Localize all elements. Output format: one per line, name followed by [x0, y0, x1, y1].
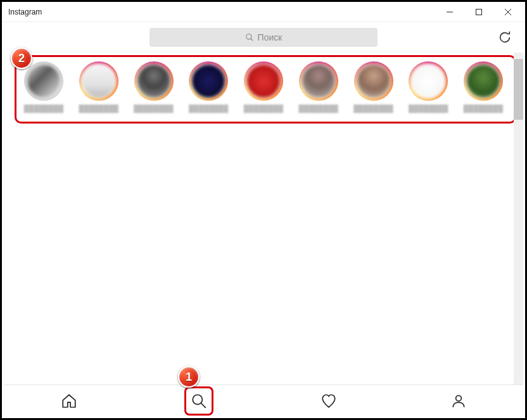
story-item[interactable]: ████████ [351, 61, 397, 112]
svg-rect-1 [476, 9, 482, 15]
story-item[interactable]: ████████ [296, 61, 341, 112]
svg-line-5 [250, 39, 253, 41]
maximize-button[interactable] [464, 3, 493, 22]
window-controls [435, 3, 523, 22]
story-item[interactable]: ████████ [131, 61, 177, 112]
search-nav-icon [191, 393, 207, 409]
story-username: ████████ [409, 105, 448, 112]
nav-home[interactable] [56, 388, 82, 414]
scrollbar-thumb[interactable] [514, 59, 523, 120]
avatar [191, 63, 226, 99]
story-ring [134, 61, 174, 101]
story-ring [409, 61, 448, 101]
maximize-icon [476, 9, 482, 15]
avatar [81, 63, 117, 99]
refresh-button[interactable] [496, 29, 514, 46]
avatar [356, 63, 391, 99]
annotation-badge-2: 2 [11, 48, 32, 69]
story-item[interactable]: ████████ [186, 61, 231, 112]
story-ring [464, 61, 503, 101]
svg-point-6 [193, 395, 202, 404]
story-username: ████████ [464, 105, 503, 112]
minimize-button[interactable] [435, 3, 464, 22]
profile-icon [450, 393, 467, 409]
avatar [466, 63, 501, 99]
nav-profile[interactable] [446, 388, 471, 414]
story-ring [354, 61, 393, 101]
story-item[interactable]: ████████ [405, 61, 451, 112]
story-username: ████████ [353, 105, 393, 112]
story-ring [79, 61, 118, 101]
story-username: ████████ [24, 105, 63, 112]
avatar [301, 63, 336, 99]
avatar [26, 63, 61, 99]
story-ring [244, 61, 283, 101]
close-button[interactable] [493, 3, 523, 22]
search-icon [245, 33, 254, 42]
stories-row[interactable]: ████████████████████████████████████████… [8, 58, 519, 118]
titlebar: Instagram [2, 2, 525, 22]
search-input[interactable]: Поиск [149, 28, 378, 47]
refresh-icon [498, 30, 512, 44]
story-ring [299, 61, 338, 101]
avatar [410, 63, 446, 99]
story-ring [24, 61, 63, 101]
topbar: Поиск [2, 22, 525, 53]
story-item[interactable]: ████████ [76, 61, 122, 112]
svg-line-7 [201, 403, 206, 408]
home-icon [61, 393, 77, 409]
avatar [246, 63, 281, 99]
close-icon [505, 9, 511, 15]
story-username: ████████ [189, 105, 228, 112]
svg-point-8 [455, 395, 461, 401]
stories-section: ████████████████████████████████████████… [8, 58, 519, 118]
bottom-nav [4, 385, 523, 416]
minimize-icon [447, 9, 453, 15]
story-item[interactable]: ████████ [241, 61, 286, 112]
nav-search[interactable] [186, 388, 212, 414]
story-username: ████████ [134, 105, 173, 112]
window-title: Instagram [8, 8, 435, 16]
annotation-badge-1: 1 [178, 366, 200, 388]
story-username: ████████ [79, 105, 118, 112]
story-item[interactable]: ████████ [460, 61, 506, 112]
avatar [136, 63, 172, 99]
story-item[interactable]: ████████ [21, 61, 67, 112]
search-placeholder: Поиск [258, 32, 283, 42]
story-username: ████████ [244, 105, 283, 112]
svg-point-4 [246, 34, 251, 39]
nav-activity[interactable] [316, 388, 341, 414]
story-username: ████████ [299, 105, 338, 112]
story-ring [189, 61, 228, 101]
heart-icon [321, 393, 337, 409]
